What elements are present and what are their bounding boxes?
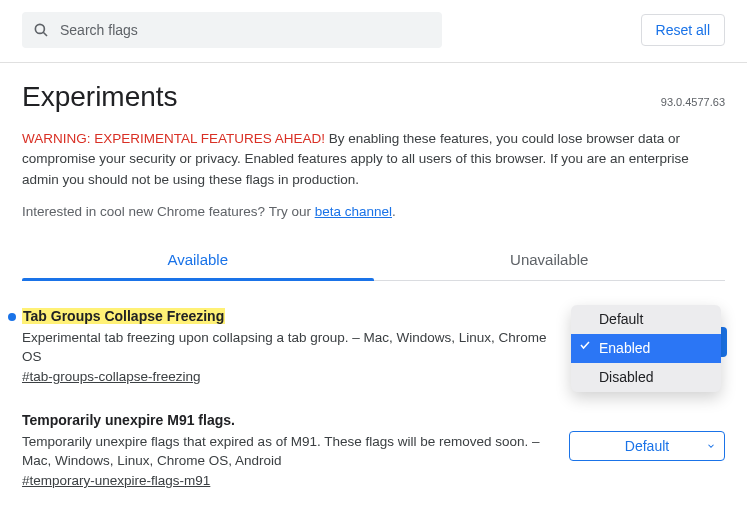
dropdown-option[interactable]: Enabled (571, 334, 721, 363)
search-icon (32, 21, 50, 39)
chevron-down-icon (706, 441, 716, 451)
flag-item: Tab Groups Collapse FreezingExperimental… (22, 307, 725, 385)
flag-select[interactable]: Default (569, 431, 725, 461)
beta-line: Interested in cool new Chrome features? … (22, 204, 725, 219)
warning-heading: WARNING: EXPERIMENTAL FEATURES AHEAD! (22, 131, 325, 146)
flag-description: Experimental tab freezing upon collapsin… (22, 328, 557, 367)
warning-text: WARNING: EXPERIMENTAL FEATURES AHEAD! By… (22, 129, 725, 190)
check-icon (579, 339, 591, 351)
select-value: Default (625, 438, 669, 454)
dropdown-option[interactable]: Disabled (571, 363, 721, 392)
flag-body: Temporarily unexpire M91 flags.Temporari… (22, 411, 569, 489)
tab-available[interactable]: Available (22, 241, 374, 280)
flag-hash-link[interactable]: #temporary-unexpire-flags-m91 (22, 473, 210, 488)
svg-point-0 (35, 24, 44, 33)
flag-hash-link[interactable]: #tab-groups-collapse-freezing (22, 369, 201, 384)
beta-channel-link[interactable]: beta channel (315, 204, 392, 219)
version-label: 93.0.4577.63 (661, 96, 725, 108)
flag-title: Temporarily unexpire M91 flags. (22, 412, 235, 428)
page-title: Experiments (22, 81, 178, 113)
flag-control: DefaultEnabledDisabled (569, 307, 725, 327)
flag-body: Tab Groups Collapse FreezingExperimental… (22, 307, 569, 385)
svg-line-1 (43, 32, 47, 36)
select-edge (721, 327, 727, 357)
flag-control: Default (569, 411, 725, 461)
flag-dropdown-open[interactable]: DefaultEnabledDisabled (571, 305, 721, 392)
search-box[interactable] (22, 12, 442, 48)
modified-dot-icon (8, 313, 16, 321)
tab-unavailable[interactable]: Unavailable (374, 241, 726, 280)
flag-item: Temporarily unexpire M91 flags.Temporari… (22, 411, 725, 489)
tabs: Available Unavailable (22, 241, 725, 281)
search-input[interactable] (60, 22, 432, 38)
flag-title: Tab Groups Collapse Freezing (22, 308, 225, 324)
flag-description: Temporarily unexpire flags that expired … (22, 432, 557, 471)
dropdown-option[interactable]: Default (571, 305, 721, 334)
reset-all-button[interactable]: Reset all (641, 14, 725, 46)
